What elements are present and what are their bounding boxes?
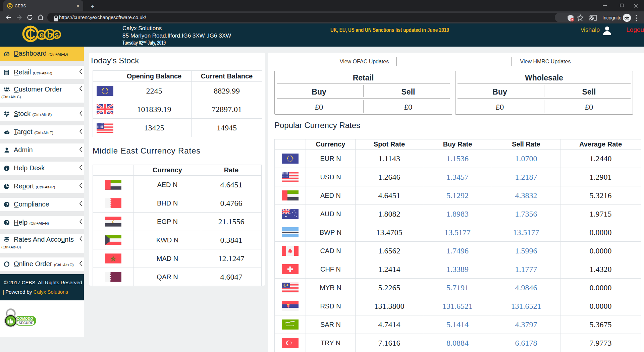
svg-text:s: s — [55, 31, 59, 39]
svg-text:b: b — [47, 30, 52, 40]
svg-text:COMODO: COMODO — [17, 317, 33, 320]
svg-text:e: e — [39, 30, 44, 39]
svg-text:SECURE: SECURE — [19, 321, 34, 325]
